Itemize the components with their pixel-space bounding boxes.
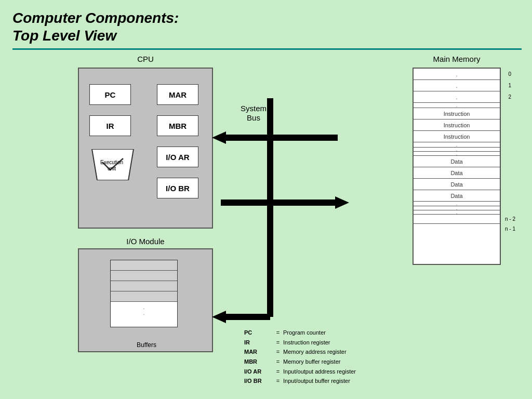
mem-row-2: . 2 — [414, 91, 500, 103]
cpu-label: CPU — [78, 55, 213, 63]
mem-row-data4: Data — [414, 190, 500, 202]
buffers-area: . . — [110, 260, 178, 327]
buffer-row-3 — [111, 281, 177, 291]
diagram-area: CPU PC MAR IR MBR I/O AR I/O BR Executio… — [16, 52, 516, 394]
io-box: . . Buffers — [78, 248, 213, 352]
mem-row-1: . 1 — [414, 80, 500, 91]
title: Computer Components: Top Level View — [12, 9, 520, 44]
mem-row-data3: Data — [414, 179, 500, 190]
bus-label-text: System Bus — [241, 104, 267, 122]
legend-row-iobr: I/O BR = Input/output buffer register — [244, 376, 356, 386]
svg-marker-8 — [212, 311, 226, 323]
mem-row-data1: Data — [414, 156, 500, 167]
title-line1: Computer Components: — [12, 10, 179, 26]
buffer-row-empty: . . — [111, 302, 177, 323]
legend: PC = Program counter IR = Instruction re… — [244, 328, 356, 386]
svg-marker-6 — [335, 196, 349, 209]
io-label: I/O Module — [78, 237, 213, 246]
title-area: Computer Components: Top Level View — [0, 0, 532, 55]
bus-label: System Bus — [233, 104, 274, 123]
exec-unit-label: Executionunit — [88, 159, 135, 172]
legend-row-ioar: I/O AR = Input/output address register — [244, 367, 356, 377]
title-line2: Top Level View — [12, 28, 116, 44]
cpu-box: PC MAR IR MBR I/O AR I/O BR Executionuni… — [78, 68, 213, 229]
reg-ioar: I/O AR — [157, 147, 198, 167]
reg-iobr: I/O BR — [157, 178, 198, 198]
title-underline — [12, 48, 522, 50]
buffer-row-4 — [111, 291, 177, 302]
buffer-row-2 — [111, 271, 177, 281]
buffer-row-1 — [111, 260, 177, 271]
mem-row-data2: Data — [414, 167, 500, 179]
mem-row-dot4: . — [414, 152, 500, 156]
mem-row-instr1: Instruction — [414, 108, 500, 119]
reg-mar: MAR — [157, 84, 198, 105]
mem-row-0: . 0 — [414, 69, 500, 80]
mem-row-dot7: . — [414, 210, 500, 215]
memory-box: . 0 . 1 . 2 . Instruction Instruction In… — [413, 68, 501, 265]
mem-row-instr3: Instruction — [414, 131, 500, 142]
legend-row-pc: PC = Program counter — [244, 328, 356, 338]
svg-marker-4 — [212, 131, 226, 144]
memory-label: Main Memory — [413, 55, 501, 63]
mem-row-nm2: n - 2 — [414, 215, 500, 224]
legend-row-mbr: MBR = Memory buffer register — [244, 357, 356, 367]
slide: Computer Components: Top Level View CPU … — [0, 0, 532, 399]
mem-row-instr2: Instruction — [414, 119, 500, 131]
mem-row-dot1: . — [414, 103, 500, 108]
buffers-label: Buffers — [79, 341, 214, 349]
mem-row-nm1: n - 1 — [414, 224, 500, 233]
legend-row-ir: IR = Instruction register — [244, 338, 356, 348]
reg-pc: PC — [89, 84, 131, 105]
reg-mbr: MBR — [157, 115, 198, 136]
reg-ir: IR — [89, 115, 131, 136]
legend-row-mar: MAR = Memory address register — [244, 347, 356, 357]
